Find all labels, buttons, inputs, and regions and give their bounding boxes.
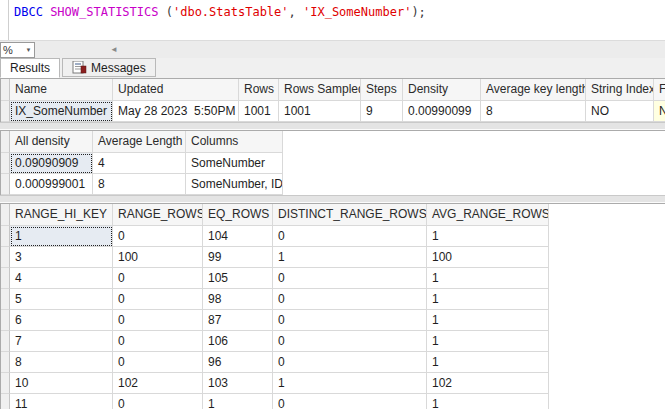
column-header[interactable]: All density — [10, 131, 93, 153]
grid-cell[interactable]: 0 — [113, 331, 203, 352]
grid-cell[interactable]: 8 — [10, 352, 113, 373]
grid-corner-header[interactable] — [1, 79, 10, 101]
grid-cell[interactable]: 0 — [273, 268, 427, 289]
column-header[interactable]: Average Length — [93, 131, 186, 153]
row-header[interactable] — [1, 174, 10, 195]
tab-results[interactable]: Results — [0, 58, 60, 78]
grid-cell[interactable]: 106 — [203, 331, 273, 352]
row-header[interactable] — [1, 268, 10, 289]
grid-cell[interactable]: 87 — [203, 310, 273, 331]
grid-cell[interactable]: 0 — [273, 352, 427, 373]
grid-cell[interactable]: SomeNumber — [186, 153, 283, 174]
row-header[interactable] — [1, 101, 10, 122]
grid-cell[interactable]: 0.09090909 — [10, 153, 93, 174]
grid-cell[interactable]: N — [654, 101, 665, 122]
grid-cell[interactable]: 8 — [93, 174, 186, 195]
row-header[interactable] — [1, 394, 10, 409]
column-header[interactable]: Steps — [361, 79, 403, 101]
grid-cell[interactable]: 98 — [203, 289, 273, 310]
grid-row: 3100991100 — [1, 247, 665, 268]
grid-cell[interactable]: 11 — [10, 394, 113, 409]
grid-cell[interactable]: 0 — [113, 289, 203, 310]
grid-cell[interactable]: 1 — [427, 352, 549, 373]
grid-corner-header[interactable] — [1, 204, 10, 226]
column-header[interactable]: RANGE_ROWS — [113, 204, 203, 226]
row-header[interactable] — [1, 153, 10, 174]
grid-cell[interactable]: 0.000999001 — [10, 174, 93, 195]
grid-cell[interactable]: 6 — [10, 310, 113, 331]
grid-corner-header[interactable] — [1, 131, 10, 153]
tab-messages[interactable]: Messages — [62, 58, 156, 77]
grid-cell[interactable]: 1 — [273, 247, 427, 268]
column-header[interactable]: Average key length — [481, 79, 586, 101]
grid-cell[interactable]: May 28 2023 5:50PM — [113, 101, 239, 122]
grid-cell[interactable]: 5 — [10, 289, 113, 310]
grid-cell[interactable]: 8 — [481, 101, 586, 122]
row-header[interactable] — [1, 226, 10, 247]
grid-cell[interactable]: 4 — [10, 268, 113, 289]
grid-cell[interactable]: 0 — [273, 331, 427, 352]
column-header[interactable]: Name — [10, 79, 113, 101]
grid-cell[interactable]: 0 — [113, 352, 203, 373]
scroll-left-icon[interactable]: ◄ — [110, 43, 118, 56]
column-header[interactable]: EQ_ROWS — [203, 204, 273, 226]
grid-cell[interactable]: 100 — [427, 247, 549, 268]
grid-cell[interactable]: 0 — [113, 226, 203, 247]
grid-header-row: NameUpdatedRowsRows SampledStepsDensityA… — [1, 79, 665, 101]
grid-cell[interactable]: 1 — [427, 310, 549, 331]
grid-cell[interactable]: 1 — [427, 289, 549, 310]
grid-cell[interactable]: 3 — [10, 247, 113, 268]
column-header[interactable]: Density — [403, 79, 481, 101]
column-header[interactable]: RANGE_HI_KEY — [10, 204, 113, 226]
grid-cell[interactable]: 100 — [113, 247, 203, 268]
row-header[interactable] — [1, 373, 10, 394]
grid-cell[interactable]: 0 — [273, 226, 427, 247]
grid-cell[interactable]: 1 — [427, 226, 549, 247]
grid-cell[interactable]: 1 — [427, 268, 549, 289]
row-header[interactable] — [1, 352, 10, 373]
grid-cell[interactable]: 1001 — [279, 101, 361, 122]
zoom-level-combo[interactable]: % ▼ — [0, 42, 35, 58]
column-header[interactable]: F — [654, 79, 665, 101]
grid-cell[interactable]: 102 — [113, 373, 203, 394]
grid-cell[interactable]: 1 — [203, 394, 273, 409]
column-header[interactable]: Columns — [186, 131, 283, 153]
grid-cell[interactable]: 96 — [203, 352, 273, 373]
grid-cell[interactable]: 1 — [427, 331, 549, 352]
grid-cell[interactable]: 0 — [113, 310, 203, 331]
grid-cell[interactable]: 0 — [113, 394, 203, 409]
grid-cell[interactable]: 1 — [273, 373, 427, 394]
grid-cell[interactable]: 0 — [273, 394, 427, 409]
grid-cell[interactable]: 103 — [203, 373, 273, 394]
grid-cell[interactable]: 1001 — [239, 101, 279, 122]
row-header[interactable] — [1, 289, 10, 310]
grid-cell[interactable]: 1 — [427, 394, 549, 409]
grid-cell[interactable]: IX_SomeNumber — [10, 101, 113, 122]
grid-cell[interactable]: 102 — [427, 373, 549, 394]
column-header[interactable]: String Index — [586, 79, 654, 101]
grid-cell[interactable]: 104 — [203, 226, 273, 247]
column-header[interactable]: DISTINCT_RANGE_ROWS — [273, 204, 427, 226]
grid-cell[interactable]: 4 — [93, 153, 186, 174]
query-editor[interactable]: DBCC SHOW_STATISTICS ('dbo.StatsTable', … — [0, 0, 665, 40]
grid-cell[interactable]: 99 — [203, 247, 273, 268]
grid-cell[interactable]: 10 — [10, 373, 113, 394]
grid-cell[interactable]: 9 — [361, 101, 403, 122]
grid-cell[interactable]: SomeNumber, ID — [186, 174, 283, 195]
grid-cell[interactable]: 0 — [273, 289, 427, 310]
grid-cell[interactable]: 7 — [10, 331, 113, 352]
chevron-down-icon[interactable]: ▼ — [23, 47, 34, 53]
column-header[interactable]: AVG_RANGE_ROWS — [427, 204, 549, 226]
grid-cell[interactable]: NO — [586, 101, 654, 122]
row-header[interactable] — [1, 247, 10, 268]
grid-cell[interactable]: 0 — [273, 310, 427, 331]
grid-cell[interactable]: 0 — [113, 268, 203, 289]
column-header[interactable]: Updated — [113, 79, 239, 101]
grid-cell[interactable]: 105 — [203, 268, 273, 289]
grid-cell[interactable]: 0.00990099 — [403, 101, 481, 122]
column-header[interactable]: Rows — [239, 79, 279, 101]
row-header[interactable] — [1, 310, 10, 331]
grid-cell[interactable]: 1 — [10, 226, 113, 247]
column-header[interactable]: Rows Sampled — [279, 79, 361, 101]
row-header[interactable] — [1, 331, 10, 352]
